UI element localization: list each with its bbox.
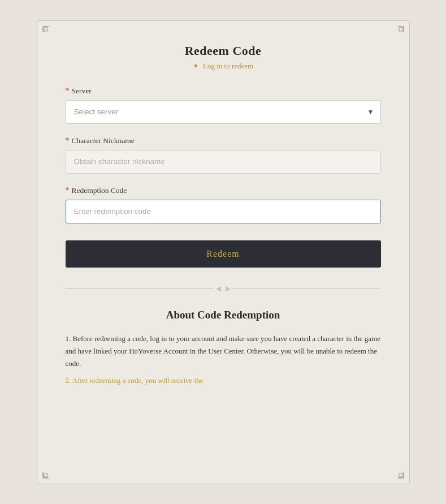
code-group: * Redemption Code (66, 186, 381, 223)
redeem-card: Redeem Code ✦ Log in to redeem * Server … (37, 20, 410, 484)
login-star-icon: ✦ (193, 62, 199, 70)
svg-rect-0 (44, 28, 47, 31)
server-group: * Server Select server ▼ (66, 87, 381, 124)
svg-rect-1 (399, 28, 402, 31)
server-required-star: * (66, 87, 70, 96)
svg-rect-2 (44, 473, 47, 477)
divider-right-arrow: ▶ (226, 285, 231, 293)
redemption-code-input[interactable] (66, 200, 381, 223)
server-label: * Server (66, 87, 381, 96)
login-link-container: ✦ Log in to redeem (66, 62, 381, 71)
section-divider: ◀ ▶ (66, 285, 381, 293)
code-required-star: * (66, 186, 70, 195)
svg-rect-3 (399, 473, 402, 477)
corner-bottom-left (42, 463, 58, 479)
corner-top-left (42, 25, 58, 41)
server-select-wrapper: Select server ▼ (66, 100, 381, 124)
login-link[interactable]: Log in to redeem (203, 62, 253, 70)
nickname-group: * Character Nickname (66, 136, 381, 174)
about-content: 1. Before redeeming a code, log in to yo… (66, 333, 381, 387)
redeem-button[interactable]: Redeem (66, 240, 381, 268)
about-title: About Code Redemption (66, 309, 381, 321)
about-item-2: 2. After redeeming a code, you will rece… (66, 374, 381, 387)
divider-left-line (66, 288, 214, 289)
server-select[interactable]: Select server (66, 100, 381, 124)
divider-left-arrow: ◀ (216, 285, 221, 293)
about-item-1: 1. Before redeeming a code, log in to yo… (66, 333, 381, 370)
divider-right-line (233, 288, 381, 289)
nickname-label: * Character Nickname (66, 136, 381, 145)
corner-top-right (389, 25, 405, 41)
corner-bottom-right (389, 463, 405, 479)
code-label: * Redemption Code (66, 186, 381, 195)
nickname-required-star: * (66, 136, 70, 145)
nickname-input[interactable] (66, 150, 381, 174)
page-title: Redeem Code (66, 44, 381, 58)
